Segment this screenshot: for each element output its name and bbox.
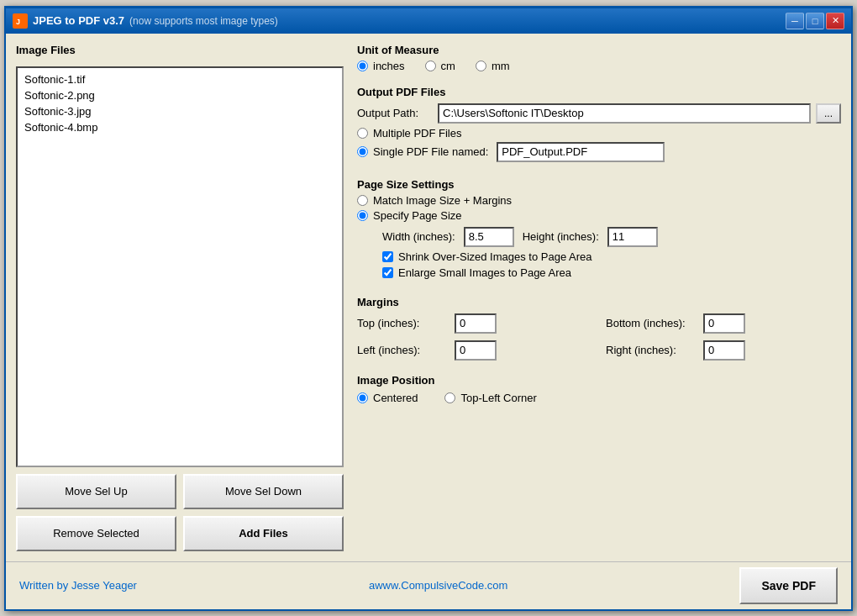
match-size-row: Match Image Size + Margins <box>357 194 841 207</box>
website-link[interactable]: awww.CompulsiveCode.com <box>369 579 507 592</box>
move-buttons-row: Move Sel Up Move Sel Down <box>16 474 344 509</box>
enlarge-checkbox-row: Enlarge Small Images to Page Area <box>382 266 841 279</box>
unit-section: Unit of Measure inches cm mm <box>357 44 841 72</box>
top-margin-input[interactable] <box>455 313 497 334</box>
width-input[interactable] <box>464 227 514 247</box>
list-item[interactable]: Softonic-3.jpg <box>21 103 339 119</box>
multiple-pdf-label: Multiple PDF Files <box>373 127 461 140</box>
unit-inches-label: inches <box>373 60 405 72</box>
maximize-button[interactable]: □ <box>806 13 824 29</box>
width-label: Width (inches): <box>382 230 455 243</box>
specify-size-radio[interactable] <box>357 210 368 221</box>
unit-inches: inches <box>357 60 405 72</box>
move-down-button[interactable]: Move Sel Down <box>183 474 344 509</box>
left-margin-input[interactable] <box>455 340 497 361</box>
app-subtitle: (now supports most image types) <box>129 15 278 27</box>
topleft-label: Top-Left Corner <box>460 392 536 404</box>
single-pdf-radio[interactable] <box>357 146 368 157</box>
main-window: J JPEG to PDF v3.7 (now supports most im… <box>4 6 853 611</box>
title-buttons: ─ □ ✕ <box>786 13 844 29</box>
app-title: JPEG to PDF v3.7 <box>33 14 124 27</box>
unit-mm: mm <box>476 60 510 72</box>
centered-radio[interactable] <box>357 392 368 403</box>
svg-text:J: J <box>16 18 20 26</box>
left-margin-row: Left (inches): <box>357 340 592 361</box>
single-pdf-label: Single PDF File named: <box>373 145 488 158</box>
output-path-input[interactable] <box>438 103 811 124</box>
topleft-group: Top-Left Corner <box>444 392 536 404</box>
list-item[interactable]: Softonic-1.tif <box>21 71 339 87</box>
match-size-label: Match Image Size + Margins <box>373 194 512 207</box>
unit-cm-label: cm <box>441 60 455 72</box>
image-files-label: Image Files <box>16 44 344 56</box>
bottom-margin-input[interactable] <box>703 313 745 334</box>
bottom-margin-row: Bottom (inches): <box>606 313 841 334</box>
output-path-row: Output Path: ... <box>357 103 841 124</box>
shrink-checkbox[interactable] <box>382 251 393 262</box>
enlarge-label: Enlarge Small Images to Page Area <box>398 266 571 279</box>
right-panel: Unit of Measure inches cm mm <box>357 44 841 551</box>
shrink-label: Shrink Over-Sized Images to Page Area <box>398 250 592 263</box>
content-area: Image Files Softonic-1.tifSoftonic-2.png… <box>6 34 851 561</box>
specify-size-row: Specify Page Size <box>357 209 841 222</box>
remove-selected-button[interactable]: Remove Selected <box>16 516 176 551</box>
list-item[interactable]: Softonic-2.png <box>21 87 339 103</box>
image-pos-section: Image Position Centered Top-Left Corner <box>357 374 841 404</box>
height-input[interactable] <box>607 227 658 247</box>
file-list[interactable]: Softonic-1.tifSoftonic-2.pngSoftonic-3.j… <box>16 66 344 467</box>
single-pdf-filename[interactable] <box>497 142 665 162</box>
add-files-button[interactable]: Add Files <box>183 516 344 551</box>
shrink-checkbox-row: Shrink Over-Sized Images to Page Area <box>382 250 841 263</box>
left-margin-label: Left (inches): <box>357 344 450 356</box>
single-pdf-row: Single PDF File named: <box>357 142 841 162</box>
minimize-button[interactable]: ─ <box>786 13 804 29</box>
top-margin-row: Top (inches): <box>357 313 592 334</box>
unit-section-label: Unit of Measure <box>357 44 841 56</box>
enlarge-checkbox[interactable] <box>382 267 393 278</box>
browse-button[interactable]: ... <box>816 103 841 124</box>
unit-cm: cm <box>425 60 455 72</box>
list-item[interactable]: Softonic-4.bmp <box>21 119 339 135</box>
file-action-buttons-row: Remove Selected Add Files <box>16 516 344 551</box>
centered-group: Centered <box>357 392 418 404</box>
save-pdf-button[interactable]: Save PDF <box>739 567 838 604</box>
output-path-label: Output Path: <box>357 107 433 119</box>
multiple-pdf-radio[interactable] <box>357 128 368 139</box>
right-margin-row: Right (inches): <box>606 340 841 361</box>
image-pos-section-label: Image Position <box>357 374 841 387</box>
unit-cm-radio[interactable] <box>425 61 436 71</box>
footer: Written by Jesse Yeager awww.CompulsiveC… <box>6 561 851 609</box>
margins-section: Margins Top (inches): Bottom (inches): L… <box>357 296 841 361</box>
close-button[interactable]: ✕ <box>826 13 844 29</box>
page-size-section: Page Size Settings Match Image Size + Ma… <box>357 178 841 282</box>
match-size-radio[interactable] <box>357 195 368 206</box>
unit-mm-label: mm <box>492 60 510 72</box>
image-pos-radio-group: Centered Top-Left Corner <box>357 392 841 404</box>
height-label: Height (inches): <box>523 230 599 243</box>
margins-grid: Top (inches): Bottom (inches): Left (inc… <box>357 313 841 361</box>
credit-link[interactable]: Written by Jesse Yeager <box>19 579 137 592</box>
right-margin-input[interactable] <box>703 340 745 361</box>
top-margin-label: Top (inches): <box>357 317 450 329</box>
specify-size-label: Specify Page Size <box>373 209 462 222</box>
right-margin-label: Right (inches): <box>606 344 698 356</box>
unit-inches-radio[interactable] <box>357 61 368 71</box>
topleft-radio[interactable] <box>444 392 455 403</box>
title-bar: J JPEG to PDF v3.7 (now supports most im… <box>6 8 851 34</box>
title-bar-left: J JPEG to PDF v3.7 (now supports most im… <box>13 13 278 29</box>
output-section-label: Output PDF Files <box>357 86 841 98</box>
output-section: Output PDF Files Output Path: ... Multip… <box>357 86 841 165</box>
unit-radio-group: inches cm mm <box>357 60 841 72</box>
centered-label: Centered <box>373 392 418 404</box>
multiple-pdf-row: Multiple PDF Files <box>357 127 841 140</box>
page-size-section-label: Page Size Settings <box>357 178 841 191</box>
bottom-margin-label: Bottom (inches): <box>606 317 698 329</box>
unit-mm-radio[interactable] <box>476 61 486 71</box>
margins-section-label: Margins <box>357 296 841 308</box>
app-icon: J <box>13 13 28 29</box>
page-dimensions-row: Width (inches): Height (inches): <box>382 227 841 247</box>
left-panel: Image Files Softonic-1.tifSoftonic-2.png… <box>16 44 344 551</box>
move-up-button[interactable]: Move Sel Up <box>16 474 176 509</box>
